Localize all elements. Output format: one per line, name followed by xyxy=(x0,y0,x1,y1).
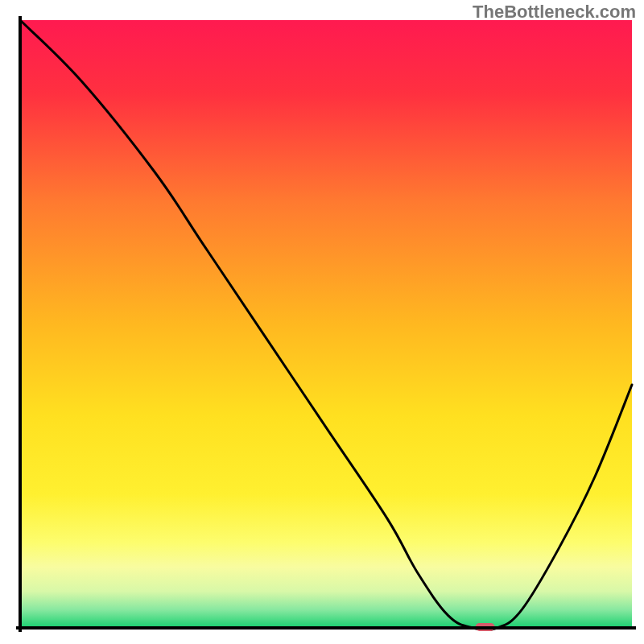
plot-area xyxy=(20,20,632,628)
gradient-background xyxy=(20,20,632,628)
chart-svg xyxy=(0,0,644,644)
watermark-label: TheBottleneck.com xyxy=(473,2,636,23)
chart-container: TheBottleneck.com xyxy=(0,0,644,644)
